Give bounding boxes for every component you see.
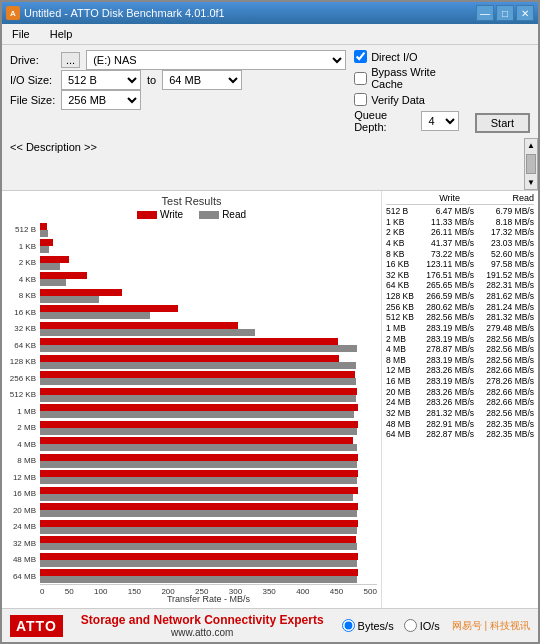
start-area: Start xyxy=(475,50,530,133)
data-row: 8 MB283.19 MB/s282.56 MB/s xyxy=(386,355,534,366)
read-bar xyxy=(40,527,357,534)
queue-depth-row: Queue Depth: 4 xyxy=(354,109,459,133)
bypass-write-cache-checkbox[interactable] xyxy=(354,72,367,85)
bar-row xyxy=(40,239,377,255)
read-bar xyxy=(40,461,357,468)
ios-radio-item: IO/s xyxy=(404,619,440,632)
data-header-write: Write xyxy=(408,193,460,203)
scroll-thumb[interactable] xyxy=(526,154,536,174)
data-size-label: 2 MB xyxy=(386,334,414,345)
description-area: << Description >> ▲ ▼ xyxy=(2,138,538,190)
data-row: 1 MB283.19 MB/s279.48 MB/s xyxy=(386,323,534,334)
scroll-down-arrow[interactable]: ▼ xyxy=(525,176,537,189)
data-size-label: 32 KB xyxy=(386,270,414,281)
data-row: 256 KB280.62 MB/s281.24 MB/s xyxy=(386,302,534,313)
bar-row xyxy=(40,437,377,453)
legend-write: Write xyxy=(137,209,183,220)
read-bar xyxy=(40,395,356,402)
write-bar xyxy=(40,569,358,576)
scroll-up-arrow[interactable]: ▲ xyxy=(525,139,537,152)
left-controls: Drive: ... (E:) NAS I/O Size: 512 B to 6… xyxy=(10,50,346,133)
data-write-value: 282.87 MB/s xyxy=(424,429,474,440)
filesize-label: File Size: xyxy=(10,94,55,106)
iosize-row: I/O Size: 512 B to 64 MB xyxy=(10,70,346,90)
read-bar xyxy=(40,378,356,385)
data-read-value: 282.66 MB/s xyxy=(484,397,534,408)
bar-row xyxy=(40,305,377,321)
data-read-value: 6.79 MB/s xyxy=(484,206,534,217)
write-bar xyxy=(40,553,358,560)
data-size-label: 8 KB xyxy=(386,249,414,260)
y-label: 20 MB xyxy=(2,503,38,519)
start-button[interactable]: Start xyxy=(475,113,530,133)
drive-select[interactable]: (E:) NAS xyxy=(86,50,346,70)
y-label: 8 MB xyxy=(2,453,38,469)
bypass-write-cache-label: Bypass Write Cache xyxy=(371,66,459,90)
data-rows-container: 512 B6.47 MB/s6.79 MB/s1 KB11.33 MB/s8.1… xyxy=(386,206,534,440)
data-write-value: 278.87 MB/s xyxy=(424,344,474,355)
menu-bar: File Help xyxy=(2,24,538,45)
legend-read-label: Read xyxy=(222,209,246,220)
write-bar xyxy=(40,223,47,230)
legend-read: Read xyxy=(199,209,246,220)
read-bar xyxy=(40,477,357,484)
drive-browse-button[interactable]: ... xyxy=(61,52,80,68)
direct-io-checkbox[interactable] xyxy=(354,50,367,63)
menu-file[interactable]: File xyxy=(6,26,36,42)
read-bar xyxy=(40,312,150,319)
y-label: 64 KB xyxy=(2,338,38,354)
y-label: 512 B xyxy=(2,222,38,238)
data-row: 24 MB283.26 MB/s282.66 MB/s xyxy=(386,397,534,408)
data-read-value: 281.62 MB/s xyxy=(484,291,534,302)
data-write-value: 6.47 MB/s xyxy=(424,206,474,217)
ios-label: IO/s xyxy=(420,620,440,632)
menu-help[interactable]: Help xyxy=(44,26,79,42)
data-read-value: 8.18 MB/s xyxy=(484,217,534,228)
data-read-value: 282.66 MB/s xyxy=(484,365,534,376)
queue-depth-select[interactable]: 4 xyxy=(421,111,458,131)
write-bar xyxy=(40,322,238,329)
filesize-select[interactable]: 256 MB xyxy=(61,90,141,110)
data-row: 32 MB281.32 MB/s282.56 MB/s xyxy=(386,408,534,419)
write-bar xyxy=(40,487,358,494)
right-controls: Direct I/O Bypass Write Cache Verify Dat… xyxy=(354,50,467,133)
vertical-scrollbar[interactable]: ▲ ▼ xyxy=(524,138,538,190)
iosize-from-select[interactable]: 512 B xyxy=(61,70,141,90)
bar-row xyxy=(40,404,377,420)
bytes-radio[interactable] xyxy=(342,619,355,632)
iosize-to-select[interactable]: 64 MB xyxy=(162,70,242,90)
data-size-label: 512 KB xyxy=(386,312,414,323)
read-bar xyxy=(40,263,60,270)
write-bar xyxy=(40,503,358,510)
data-write-value: 280.62 MB/s xyxy=(424,302,474,313)
bar-row xyxy=(40,569,377,585)
write-bar xyxy=(40,338,338,345)
data-read-value: 281.24 MB/s xyxy=(484,302,534,313)
write-bar xyxy=(40,355,339,362)
y-label: 12 MB xyxy=(2,470,38,486)
data-row: 16 KB123.11 MB/s97.58 MB/s xyxy=(386,259,534,270)
data-read-value: 281.32 MB/s xyxy=(484,312,534,323)
read-bar xyxy=(40,345,357,352)
bar-row xyxy=(40,272,377,288)
data-size-label: 16 KB xyxy=(386,259,414,270)
minimize-button[interactable]: — xyxy=(476,5,494,21)
title-bar: A Untitled - ATTO Disk Benchmark 4.01.0f… xyxy=(2,2,538,24)
bar-row xyxy=(40,321,377,337)
data-write-value: 283.26 MB/s xyxy=(424,365,474,376)
y-label: 16 MB xyxy=(2,486,38,502)
ios-radio[interactable] xyxy=(404,619,417,632)
close-button[interactable]: ✕ xyxy=(516,5,534,21)
bar-row xyxy=(40,338,377,354)
bar-row xyxy=(40,503,377,519)
atto-logo: ATTO xyxy=(10,615,63,637)
write-bar xyxy=(40,470,358,477)
data-read-value: 17.32 MB/s xyxy=(484,227,534,238)
data-size-label: 48 MB xyxy=(386,419,414,430)
verify-data-checkbox[interactable] xyxy=(354,93,367,106)
toolbar: Drive: ... (E:) NAS I/O Size: 512 B to 6… xyxy=(2,45,538,138)
data-size-label: 1 MB xyxy=(386,323,414,334)
write-bar xyxy=(40,388,357,395)
maximize-button[interactable]: □ xyxy=(496,5,514,21)
footer-url: www.atto.com xyxy=(75,627,330,638)
